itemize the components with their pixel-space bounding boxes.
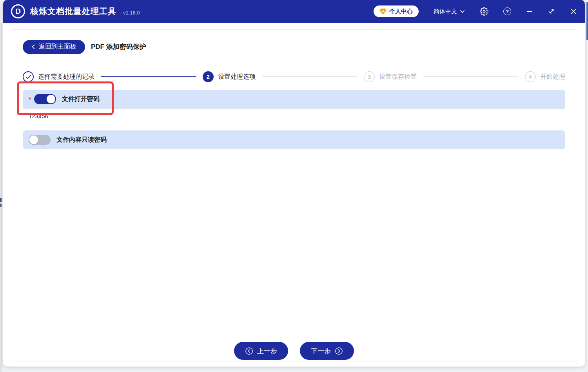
page-title: PDF 添加密码保护 — [91, 42, 146, 51]
circle-arrow-right-icon — [335, 347, 343, 355]
open-password-row: * 文件打开密码 — [23, 90, 565, 108]
background-left-strip — [0, 23, 2, 372]
page-header: 返回到主面板 PDF 添加密码保护 — [10, 30, 578, 64]
step-2-label: 设置处理选项 — [218, 73, 256, 81]
chevron-down-icon — [460, 10, 465, 13]
step-4-label: 开始处理 — [540, 73, 565, 81]
stepper: 选择需要处理的记录 2 设置处理选项 3 设置保存位置 4 开始处理 — [10, 69, 578, 85]
settings-gear-icon[interactable] — [480, 7, 488, 16]
step-3-save-location: 3 设置保存位置 — [364, 71, 417, 82]
back-button-label: 返回到主面板 — [39, 43, 76, 51]
back-to-dashboard-button[interactable]: 返回到主面板 — [23, 40, 85, 54]
previous-step-label: 上一步 — [257, 347, 277, 356]
app-version: - v1.16.0 — [120, 10, 140, 16]
background-window-fragment — [0, 198, 2, 202]
back-chevron-icon — [31, 44, 35, 50]
step-2-set-options: 2 设置处理选项 — [203, 71, 256, 82]
background-window-fragment — [0, 204, 2, 207]
minimize-icon[interactable] — [526, 8, 533, 15]
step-3-label: 设置保存位置 — [379, 73, 417, 81]
maximize-icon[interactable] — [548, 8, 555, 15]
step-connector — [101, 76, 196, 77]
language-selector[interactable]: 简体中文 — [434, 8, 465, 15]
background-right-strip — [586, 2, 588, 40]
readonly-password-toggle[interactable] — [29, 135, 51, 145]
toggle-knob — [47, 95, 55, 103]
wizard-footer: 上一步 下一步 — [10, 342, 578, 360]
step-4-start-processing: 4 开始处理 — [525, 71, 565, 82]
vip-gem-icon — [379, 8, 387, 15]
next-step-button[interactable]: 下一步 — [300, 342, 354, 360]
close-icon[interactable] — [570, 8, 577, 15]
readonly-password-row: 文件内容只读密码 — [23, 130, 565, 149]
step-connector — [262, 76, 358, 77]
next-step-label: 下一步 — [311, 347, 331, 356]
help-icon[interactable]: ? — [503, 7, 511, 15]
main-panel: 返回到主面板 PDF 添加密码保护 选择需要处理的记录 2 设置处理选项 3 — [10, 29, 578, 361]
step-1-select-records: 选择需要处理的记录 — [23, 71, 94, 82]
open-password-label: 文件打开密码 — [62, 95, 100, 103]
app-window: D 核烁文档批量处理工具 - v1.16.0 个人中心 简体中文 — [3, 0, 585, 367]
language-label: 简体中文 — [434, 8, 457, 15]
previous-step-button[interactable]: 上一步 — [234, 342, 288, 360]
step-1-check-icon — [23, 71, 34, 82]
readonly-password-label: 文件内容只读密码 — [56, 136, 107, 144]
open-password-toggle[interactable] — [34, 94, 56, 104]
titlebar: D 核烁文档批量处理工具 - v1.16.0 个人中心 简体中文 — [3, 0, 585, 23]
app-logo-icon: D — [11, 4, 25, 18]
options-area: * 文件打开密码 文件内容只读密码 — [10, 85, 578, 149]
user-center-label: 个人中心 — [389, 8, 413, 15]
step-3-number: 3 — [364, 71, 375, 82]
app-title: 核烁文档批量处理工具 — [30, 6, 116, 17]
required-mark: * — [29, 96, 31, 104]
step-4-number: 4 — [525, 71, 536, 82]
step-2-number: 2 — [203, 71, 214, 82]
user-center-button[interactable]: 个人中心 — [374, 5, 419, 17]
toggle-knob — [29, 135, 38, 144]
circle-arrow-left-icon — [245, 347, 253, 355]
step-connector — [423, 76, 519, 77]
step-1-label: 选择需要处理的记录 — [38, 73, 94, 81]
open-password-input[interactable] — [23, 108, 565, 123]
